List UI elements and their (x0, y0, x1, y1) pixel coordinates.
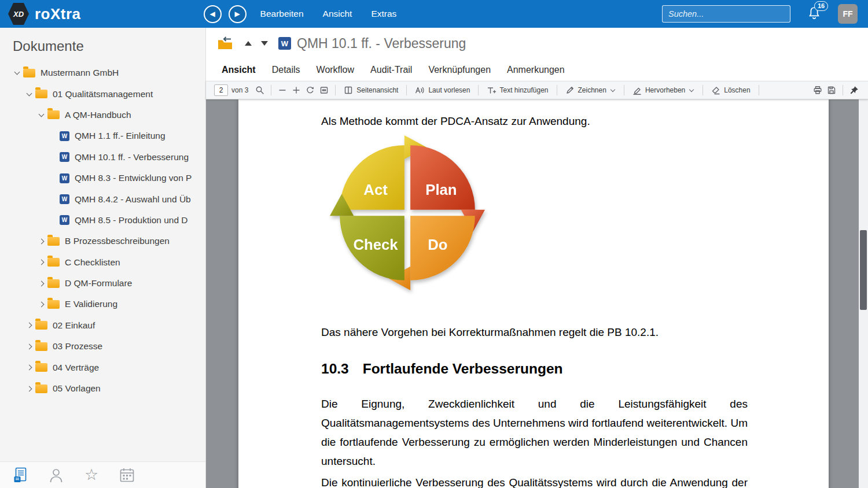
menu-extras[interactable]: Extras (370, 6, 398, 21)
heading-number: 10.3 (321, 361, 349, 376)
chevron-right-icon[interactable] (24, 365, 34, 369)
tree-doc-item[interactable]: QMH 8.3 - Entwicklung von P (0, 168, 205, 188)
zoom-in-button[interactable] (289, 83, 303, 97)
doc-nav-up-icon[interactable] (245, 41, 252, 46)
tree-folder-item[interactable]: E Validierung (0, 294, 205, 315)
tree-doc-item[interactable]: QMH 8.4.2 - Auswahl und Üb (0, 188, 205, 209)
tab-details[interactable]: Details (272, 65, 300, 75)
user-avatar[interactable]: FF (838, 4, 858, 24)
add-text-button[interactable]: Text hinzufügen (483, 83, 552, 97)
main-menu: Bearbeiten Ansicht Extras (259, 6, 398, 21)
notifications-button[interactable]: 16 (807, 5, 823, 23)
users-module-button[interactable] (48, 467, 64, 483)
chevron-right-icon[interactable] (24, 387, 34, 391)
rotate-button[interactable] (303, 83, 317, 97)
print-button[interactable] (811, 83, 825, 97)
read-aloud-button[interactable]: Laut vorlesen (411, 83, 474, 97)
roxtra-logo-icon[interactable]: XD (8, 3, 29, 25)
add-text-icon (487, 86, 496, 95)
pdca-act-label: Act (363, 182, 388, 198)
tree-folder-item[interactable]: 05 Vorlagen (0, 378, 205, 399)
chevron-right-icon[interactable] (36, 260, 46, 264)
tree-folder-item[interactable]: Mustermann GmbH (0, 62, 205, 83)
toolbar-separator (406, 85, 407, 95)
calendar-icon (119, 467, 135, 483)
tree-doc-item[interactable]: QMH 1.1 ff.- Einleitung (0, 125, 205, 146)
forward-button[interactable]: ▶ (229, 5, 247, 23)
pin-toolbar-button[interactable] (847, 83, 861, 97)
vertical-scrollbar[interactable] (859, 99, 868, 488)
pdca-do-label: Do (428, 236, 447, 253)
tree-folder-item[interactable]: B Prozessbeschreibungen (0, 231, 205, 252)
plus-icon (292, 86, 301, 95)
toolbar-separator (624, 85, 624, 95)
tree-item-label: QMH 8.4.2 - Auswahl und Üb (75, 194, 191, 205)
chevron-right-icon[interactable] (24, 323, 34, 327)
document-tabs: Ansicht Details Workflow Audit-Trail Ver… (206, 59, 868, 81)
logo-text: XD (13, 10, 24, 19)
chevron-right-icon[interactable] (36, 239, 46, 243)
tree-folder-item[interactable]: A QM-Handbuch (0, 105, 205, 125)
toolbar-separator (557, 85, 557, 95)
tree-folder-item[interactable]: 04 Verträge (0, 357, 205, 378)
toolbar-separator (478, 85, 479, 95)
tab-anmerkungen[interactable]: Anmerkungen (507, 65, 565, 75)
chevron-right-icon[interactable] (36, 302, 46, 306)
highlight-button[interactable]: Hervorheben (628, 83, 698, 97)
doc-nav-down-icon[interactable] (261, 41, 268, 46)
word-doc-icon (60, 152, 69, 162)
back-button[interactable]: ◀ (204, 5, 222, 23)
page-view-button[interactable]: Seitenansicht (340, 83, 402, 97)
eraser-icon (711, 86, 720, 95)
calendar-module-button[interactable] (119, 467, 135, 483)
search-document-button[interactable] (253, 83, 267, 97)
zoom-out-button[interactable] (275, 83, 289, 97)
tree-doc-item[interactable]: QMH 10.1 ff. - Verbesserung (0, 147, 205, 168)
documents-module-button[interactable] (13, 467, 29, 483)
tab-verknuepfungen[interactable]: Verknüpfungen (428, 65, 491, 75)
documents-module-icon (13, 467, 28, 483)
pdf-page: Als Methode kommt der PDCA-Ansatz zur An… (238, 99, 829, 488)
folder-icon (35, 90, 47, 98)
notification-badge: 16 (814, 1, 828, 11)
fit-to-page-button[interactable] (317, 83, 331, 97)
back-icon: ◀ (209, 10, 215, 18)
tree-folder-item[interactable]: 02 Einkauf (0, 315, 205, 336)
chevron-down-icon[interactable] (12, 72, 22, 74)
tab-audit-trail[interactable]: Audit-Trail (370, 65, 412, 75)
pdf-viewer-area: Als Methode kommt der PDCA-Ansatz zur An… (206, 99, 868, 488)
save-button[interactable] (825, 83, 838, 97)
fit-page-icon (319, 86, 329, 95)
scrollbar-thumb[interactable] (860, 230, 867, 310)
favorites-module-button[interactable]: ☆ (83, 467, 100, 483)
chevron-down-icon[interactable] (36, 114, 46, 116)
folder-icon (47, 258, 60, 267)
sidebar-title: Dokumente (0, 28, 205, 62)
tree-doc-item[interactable]: QMH 8.5 - Produktion und D (0, 210, 205, 231)
page-number-input[interactable] (214, 84, 228, 96)
pdca-check-label: Check (353, 236, 398, 253)
doc-note-line: Das nähere Vorgehen bei Korrekturmaßnahm… (321, 326, 659, 339)
minus-icon (278, 86, 287, 95)
erase-button[interactable]: Löschen (707, 83, 754, 97)
tab-workflow[interactable]: Workflow (317, 65, 355, 75)
tree-folder-item[interactable]: 03 Prozesse (0, 336, 205, 357)
tab-ansicht[interactable]: Ansicht (222, 65, 256, 75)
draw-button[interactable]: Zeichnen (561, 83, 620, 97)
menu-bearbeiten[interactable]: Bearbeiten (259, 6, 305, 21)
tree-folder-item[interactable]: D QM-Formulare (0, 273, 205, 294)
pdf-toolbar: von 3 Seitenansicht (206, 81, 868, 99)
goto-folder-icon (217, 36, 233, 50)
tree-folder-item[interactable]: C Checklisten (0, 252, 205, 273)
toolbar-separator (703, 85, 703, 95)
tree-item-label: QMH 8.3 - Entwicklung von P (75, 173, 192, 183)
heading-text: Fortlaufende Verbesserungen (363, 361, 563, 376)
search-input[interactable] (662, 5, 790, 23)
chevron-right-icon[interactable] (36, 282, 46, 286)
toolbar-separator (271, 85, 271, 95)
tree-folder-item[interactable]: 01 Qualitätsmanagement (0, 83, 205, 104)
chevron-right-icon[interactable] (24, 345, 34, 349)
chevron-down-icon[interactable] (24, 93, 34, 95)
goto-folder-button[interactable] (217, 36, 233, 50)
menu-ansicht[interactable]: Ansicht (322, 6, 354, 21)
